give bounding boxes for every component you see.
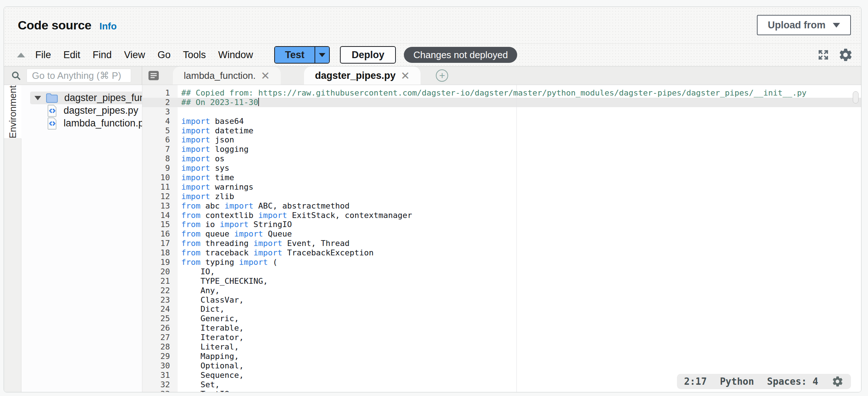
selected-folder-row[interactable]: dagster_pipes_funct [30,92,142,104]
line-number: 26 [142,323,178,333]
menu-tools[interactable]: Tools [183,49,206,61]
code-line[interactable]: ## Copied from: https://raw.githubuserco… [181,88,861,98]
line-number: 19 [142,258,178,267]
code-lines: ## Copied from: https://raw.githubuserco… [181,85,861,392]
info-link[interactable]: Info [100,21,117,32]
code-line[interactable]: from threading import Event, Thread [181,239,861,248]
editor-statusbar: 2:17 Python Spaces: 4 [677,374,851,389]
test-split-button[interactable]: Test [274,46,330,64]
code-line[interactable]: import datetime [181,126,861,136]
code-line[interactable]: import base64 [181,117,861,126]
line-number: 10 [142,173,178,182]
code-line[interactable]: import warnings [181,182,861,192]
code-line[interactable]: import time [181,173,861,182]
menu-window[interactable]: Window [218,49,253,61]
chevron-expanded-icon[interactable] [35,96,41,100]
code-line[interactable]: ## On 2023-11-30 [181,98,861,107]
code-line[interactable]: Iterable, [181,323,861,333]
menu-view[interactable]: View [124,49,145,61]
editor-column: lambda_function. ✕ dagster_pipes.py ✕ + … [142,66,861,392]
python-file-icon [47,104,58,117]
code-line[interactable]: from abc import ABC, abstractmethod [181,201,861,211]
tree-row-file[interactable]: dagster_pipes.py [21,104,142,117]
menu-go[interactable]: Go [158,49,171,61]
line-number: 33 [142,389,178,392]
code-line[interactable]: import zlib [181,192,861,201]
code-line[interactable]: ClassVar, [181,295,861,305]
deploy-button[interactable]: Deploy [340,46,396,64]
file-tree: dagster_pipes_funct dagster_pipes.py [21,85,142,392]
line-number: 4 [142,117,178,126]
environment-tab-label: Environment [7,85,19,138]
tree-row-file[interactable]: lambda_function.py [21,117,142,130]
file-name: lambda_function.py [64,118,142,129]
menu-edit[interactable]: Edit [64,49,81,61]
tab-dagster-pipes[interactable]: dagster_pipes.py ✕ [304,66,421,85]
vertical-scrollbar-thumb[interactable] [853,91,859,104]
tab-lambda-function[interactable]: lambda_function. ✕ [173,66,281,85]
code-line[interactable] [181,107,861,117]
code-line[interactable]: from io import StringIO [181,220,861,229]
upload-from-label: Upload from [768,20,826,31]
code-line[interactable]: from typing import ( [181,258,861,267]
code-line[interactable]: Iterator, [181,333,861,342]
code-line[interactable]: import logging [181,145,861,154]
code-line[interactable]: from contextlib import ExitStack, contex… [181,211,861,220]
python-file-icon [47,117,58,130]
settings-gear-icon[interactable] [838,47,853,62]
tree-row-folder[interactable]: dagster_pipes_funct [21,92,142,104]
chevron-down-icon [833,23,840,28]
code-line[interactable]: import json [181,135,861,145]
code-line[interactable]: Any, [181,286,861,295]
test-dropdown-button[interactable] [315,47,329,63]
tab-list-icon[interactable] [147,70,160,81]
code-line[interactable]: Optional, [181,361,861,371]
upload-from-button[interactable]: Upload from [757,15,851,35]
menu-file[interactable]: File [35,49,51,61]
line-number: 9 [142,163,178,173]
line-number: 30 [142,361,178,371]
line-number: 3 [142,107,178,117]
line-number: 24 [142,304,178,314]
dock-tab-strip: Environment [4,85,21,392]
goto-anything-input[interactable] [27,69,131,82]
menu-find[interactable]: Find [93,49,112,61]
code-line[interactable]: Literal, [181,342,861,352]
test-button[interactable]: Test [275,47,315,63]
language-mode[interactable]: Python [720,376,754,387]
menubar-right-icons [817,47,853,62]
sidebar-body: Environment dagster_pipes_funct [4,85,142,392]
code-line[interactable]: from queue import Queue [181,229,861,239]
collapse-panel-icon[interactable] [17,53,25,57]
line-number: 7 [142,145,178,154]
code-line[interactable]: import sys [181,163,861,173]
chevron-down-icon [319,53,325,57]
close-icon[interactable]: ✕ [401,69,410,82]
tab-bar: lambda_function. ✕ dagster_pipes.py ✕ + [142,66,861,85]
code-line[interactable]: IO, [181,267,861,276]
line-number: 2 [142,98,178,107]
code-editor[interactable]: 1234567891011121314151617181920212223242… [142,85,861,392]
file-name: dagster_pipes.py [64,105,138,116]
code-line[interactable]: Generic, [181,314,861,323]
code-line[interactable]: from traceback import TracebackException [181,248,861,258]
line-number: 12 [142,192,178,201]
code-line[interactable]: import os [181,154,861,163]
code-line[interactable]: Mapping, [181,352,861,361]
code-line[interactable]: Dict, [181,304,861,314]
editor-menubar: File Edit Find View Go Tools Window Test… [4,43,861,66]
code-line[interactable]: TYPE_CHECKING, [181,276,861,286]
indent-setting[interactable]: Spaces: 4 [767,376,818,387]
code-line[interactable]: TextIO [181,389,861,392]
line-number-gutter: 1234567891011121314151617181920212223242… [142,85,178,392]
line-number: 17 [142,239,178,248]
close-icon[interactable]: ✕ [261,69,270,82]
line-number: 1 [142,88,178,98]
editor-settings-gear-icon[interactable] [831,375,844,388]
card-header: Code source Info Upload from [4,7,861,43]
new-tab-plus-icon[interactable]: + [436,69,448,82]
tab-environment[interactable]: Environment [4,85,21,139]
fullscreen-icon[interactable] [817,48,830,61]
line-number: 22 [142,286,178,295]
search-icon[interactable] [11,70,21,81]
